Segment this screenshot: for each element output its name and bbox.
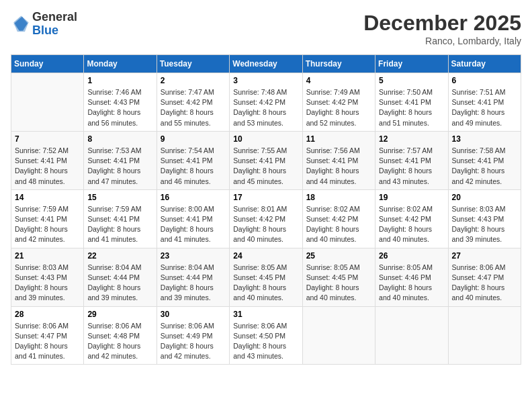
calendar-week-row: 21Sunrise: 8:03 AMSunset: 4:43 PMDayligh… xyxy=(11,248,521,306)
day-number: 8 xyxy=(87,134,152,144)
day-number: 29 xyxy=(87,310,152,319)
day-number: 7 xyxy=(15,134,80,144)
calendar-cell: 27Sunrise: 8:06 AMSunset: 4:47 PMDayligh… xyxy=(448,248,521,306)
calendar-cell: 11Sunrise: 7:56 AMSunset: 4:41 PMDayligh… xyxy=(302,131,375,189)
day-info: Sunrise: 8:05 AMSunset: 4:45 PMDaylight:… xyxy=(233,263,298,304)
day-info: Sunrise: 7:49 AMSunset: 4:42 PMDaylight:… xyxy=(306,87,371,128)
day-number: 25 xyxy=(306,251,371,261)
day-number: 3 xyxy=(233,76,298,85)
day-info: Sunrise: 8:01 AMSunset: 4:42 PMDaylight:… xyxy=(233,204,298,245)
day-info: Sunrise: 8:05 AMSunset: 4:46 PMDaylight:… xyxy=(379,263,444,304)
day-info: Sunrise: 7:55 AMSunset: 4:41 PMDaylight:… xyxy=(233,146,298,187)
day-of-week-header: Saturday xyxy=(448,55,521,73)
calendar-cell: 14Sunrise: 7:59 AMSunset: 4:41 PMDayligh… xyxy=(11,189,84,248)
calendar-cell: 8Sunrise: 7:53 AMSunset: 4:41 PMDaylight… xyxy=(84,131,157,189)
calendar-cell xyxy=(302,306,375,365)
day-info: Sunrise: 8:03 AMSunset: 4:43 PMDaylight:… xyxy=(15,263,80,304)
day-number: 2 xyxy=(161,76,226,85)
calendar-cell: 12Sunrise: 7:57 AMSunset: 4:41 PMDayligh… xyxy=(375,131,448,189)
logo-text: General Blue xyxy=(32,11,77,38)
day-number: 14 xyxy=(15,193,80,202)
calendar-cell: 31Sunrise: 8:06 AMSunset: 4:50 PMDayligh… xyxy=(230,306,302,365)
calendar-cell: 13Sunrise: 7:58 AMSunset: 4:41 PMDayligh… xyxy=(448,131,521,189)
day-info: Sunrise: 8:04 AMSunset: 4:44 PMDaylight:… xyxy=(161,263,226,304)
day-number: 23 xyxy=(161,251,226,261)
day-number: 18 xyxy=(306,193,371,202)
day-number: 4 xyxy=(306,76,371,85)
day-of-week-header: Sunday xyxy=(11,55,84,73)
calendar-cell: 29Sunrise: 8:06 AMSunset: 4:48 PMDayligh… xyxy=(84,306,157,365)
calendar-cell: 15Sunrise: 7:59 AMSunset: 4:41 PMDayligh… xyxy=(84,189,157,248)
day-info: Sunrise: 8:06 AMSunset: 4:47 PMDaylight:… xyxy=(15,321,80,362)
day-info: Sunrise: 7:48 AMSunset: 4:42 PMDaylight:… xyxy=(233,87,298,128)
calendar-cell: 1Sunrise: 7:46 AMSunset: 4:43 PMDaylight… xyxy=(84,73,157,132)
calendar-cell: 19Sunrise: 8:02 AMSunset: 4:42 PMDayligh… xyxy=(375,189,448,248)
day-number: 21 xyxy=(15,251,80,261)
day-info: Sunrise: 7:59 AMSunset: 4:41 PMDaylight:… xyxy=(15,204,80,245)
day-of-week-header: Monday xyxy=(84,55,157,73)
calendar-cell xyxy=(375,306,448,365)
day-number: 9 xyxy=(161,134,226,144)
day-number: 31 xyxy=(233,310,298,319)
day-of-week-header: Friday xyxy=(375,55,448,73)
day-of-week-header: Thursday xyxy=(302,55,375,73)
day-number: 15 xyxy=(87,193,152,202)
day-info: Sunrise: 7:59 AMSunset: 4:41 PMDaylight:… xyxy=(87,204,152,245)
day-number: 6 xyxy=(452,76,517,85)
day-number: 22 xyxy=(87,251,152,261)
day-number: 20 xyxy=(452,193,517,202)
day-info: Sunrise: 7:56 AMSunset: 4:41 PMDaylight:… xyxy=(306,146,371,187)
calendar-cell: 21Sunrise: 8:03 AMSunset: 4:43 PMDayligh… xyxy=(11,248,84,306)
calendar-cell xyxy=(11,73,84,132)
day-number: 16 xyxy=(161,193,226,202)
calendar-cell: 28Sunrise: 8:06 AMSunset: 4:47 PMDayligh… xyxy=(11,306,84,365)
calendar-cell: 30Sunrise: 8:06 AMSunset: 4:49 PMDayligh… xyxy=(157,306,229,365)
day-info: Sunrise: 7:57 AMSunset: 4:41 PMDaylight:… xyxy=(379,146,444,187)
day-info: Sunrise: 8:06 AMSunset: 4:49 PMDaylight:… xyxy=(161,321,226,362)
day-info: Sunrise: 7:52 AMSunset: 4:41 PMDaylight:… xyxy=(15,146,80,187)
calendar-cell: 10Sunrise: 7:55 AMSunset: 4:41 PMDayligh… xyxy=(230,131,302,189)
day-info: Sunrise: 8:06 AMSunset: 4:47 PMDaylight:… xyxy=(452,263,517,304)
calendar-cell: 22Sunrise: 8:04 AMSunset: 4:44 PMDayligh… xyxy=(84,248,157,306)
calendar-cell: 16Sunrise: 8:00 AMSunset: 4:41 PMDayligh… xyxy=(157,189,229,248)
day-of-week-header: Tuesday xyxy=(157,55,229,73)
day-info: Sunrise: 7:51 AMSunset: 4:41 PMDaylight:… xyxy=(452,87,517,128)
calendar-cell: 20Sunrise: 8:03 AMSunset: 4:43 PMDayligh… xyxy=(448,189,521,248)
calendar-cell: 6Sunrise: 7:51 AMSunset: 4:41 PMDaylight… xyxy=(448,73,521,132)
day-info: Sunrise: 7:54 AMSunset: 4:41 PMDaylight:… xyxy=(161,146,226,187)
day-info: Sunrise: 7:47 AMSunset: 4:42 PMDaylight:… xyxy=(161,87,226,128)
calendar-cell: 17Sunrise: 8:01 AMSunset: 4:42 PMDayligh… xyxy=(230,189,302,248)
day-info: Sunrise: 7:50 AMSunset: 4:41 PMDaylight:… xyxy=(379,87,444,128)
calendar-cell: 25Sunrise: 8:05 AMSunset: 4:45 PMDayligh… xyxy=(302,248,375,306)
day-info: Sunrise: 8:05 AMSunset: 4:45 PMDaylight:… xyxy=(306,263,371,304)
day-number: 10 xyxy=(233,134,298,144)
calendar-table: SundayMondayTuesdayWednesdayThursdayFrid… xyxy=(11,54,521,365)
day-info: Sunrise: 8:02 AMSunset: 4:42 PMDaylight:… xyxy=(306,204,371,245)
calendar-week-row: 28Sunrise: 8:06 AMSunset: 4:47 PMDayligh… xyxy=(11,306,521,365)
calendar-cell: 24Sunrise: 8:05 AMSunset: 4:45 PMDayligh… xyxy=(230,248,302,306)
calendar-week-row: 7Sunrise: 7:52 AMSunset: 4:41 PMDaylight… xyxy=(11,131,521,189)
day-info: Sunrise: 7:46 AMSunset: 4:43 PMDaylight:… xyxy=(87,87,152,128)
day-number: 28 xyxy=(15,310,80,319)
calendar-cell: 3Sunrise: 7:48 AMSunset: 4:42 PMDaylight… xyxy=(230,73,302,132)
day-number: 17 xyxy=(233,193,298,202)
calendar-cell: 4Sunrise: 7:49 AMSunset: 4:42 PMDaylight… xyxy=(302,73,375,132)
day-info: Sunrise: 8:06 AMSunset: 4:50 PMDaylight:… xyxy=(233,321,298,362)
month-title: December 2025 xyxy=(363,11,521,36)
day-of-week-header: Wednesday xyxy=(230,55,302,73)
calendar-header-row: SundayMondayTuesdayWednesdayThursdayFrid… xyxy=(11,55,521,73)
day-number: 5 xyxy=(379,76,444,85)
day-number: 30 xyxy=(161,310,226,319)
calendar-cell: 5Sunrise: 7:50 AMSunset: 4:41 PMDaylight… xyxy=(375,73,448,132)
day-number: 26 xyxy=(379,251,444,261)
calendar-cell: 7Sunrise: 7:52 AMSunset: 4:41 PMDaylight… xyxy=(11,131,84,189)
day-number: 1 xyxy=(87,76,152,85)
logo-blue-label: Blue xyxy=(32,24,77,38)
day-number: 27 xyxy=(452,251,517,261)
logo-general-label: General xyxy=(32,11,77,24)
day-info: Sunrise: 8:00 AMSunset: 4:41 PMDaylight:… xyxy=(161,204,226,245)
day-info: Sunrise: 8:03 AMSunset: 4:43 PMDaylight:… xyxy=(452,204,517,245)
day-info: Sunrise: 8:06 AMSunset: 4:48 PMDaylight:… xyxy=(87,321,152,362)
calendar-cell: 18Sunrise: 8:02 AMSunset: 4:42 PMDayligh… xyxy=(302,189,375,248)
day-number: 24 xyxy=(233,251,298,261)
